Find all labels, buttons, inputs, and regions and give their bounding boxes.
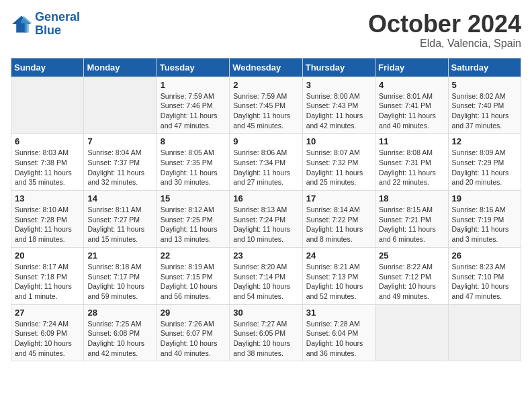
logo-text: General Blue [35, 11, 80, 38]
day-info: Sunrise: 8:17 AM Sunset: 7:18 PM Dayligh… [15, 262, 80, 302]
location-title: Elda, Valencia, Spain [368, 38, 521, 50]
day-info: Sunrise: 8:20 AM Sunset: 7:14 PM Dayligh… [233, 262, 298, 302]
weekday-header-thursday: Thursday [302, 58, 375, 77]
logo-icon [11, 15, 32, 34]
header: General Blue October 2024 Elda, Valencia… [11, 11, 521, 50]
day-number: 22 [161, 250, 226, 261]
day-number: 15 [161, 193, 226, 203]
day-info: Sunrise: 8:01 AM Sunset: 7:41 PM Dayligh… [379, 91, 444, 131]
day-info: Sunrise: 8:23 AM Sunset: 7:10 PM Dayligh… [452, 262, 517, 302]
day-info: Sunrise: 8:18 AM Sunset: 7:17 PM Dayligh… [87, 262, 152, 302]
day-info: Sunrise: 8:06 AM Sunset: 7:34 PM Dayligh… [233, 148, 298, 187]
day-info: Sunrise: 8:22 AM Sunset: 7:12 PM Dayligh… [379, 262, 444, 302]
calendar-cell: 23Sunrise: 8:20 AM Sunset: 7:14 PM Dayli… [230, 247, 302, 304]
day-number: 6 [15, 136, 80, 146]
day-info: Sunrise: 8:05 AM Sunset: 7:35 PM Dayligh… [161, 148, 226, 187]
day-number: 21 [87, 250, 152, 261]
day-number: 7 [87, 136, 152, 146]
calendar-cell: 12Sunrise: 8:09 AM Sunset: 7:29 PM Dayli… [448, 134, 521, 191]
day-number: 23 [233, 250, 298, 261]
calendar-cell [375, 304, 448, 361]
day-info: Sunrise: 8:16 AM Sunset: 7:19 PM Dayligh… [452, 205, 517, 244]
calendar-cell: 19Sunrise: 8:16 AM Sunset: 7:19 PM Dayli… [448, 191, 521, 248]
day-info: Sunrise: 8:13 AM Sunset: 7:24 PM Dayligh… [233, 205, 298, 244]
day-number: 1 [161, 80, 226, 90]
calendar-cell: 30Sunrise: 7:27 AM Sunset: 6:05 PM Dayli… [230, 304, 302, 361]
calendar-cell: 17Sunrise: 8:14 AM Sunset: 7:22 PM Dayli… [302, 191, 375, 248]
day-info: Sunrise: 8:12 AM Sunset: 7:25 PM Dayligh… [161, 205, 226, 244]
calendar-cell: 24Sunrise: 8:21 AM Sunset: 7:13 PM Dayli… [302, 247, 375, 304]
day-info: Sunrise: 8:00 AM Sunset: 7:43 PM Dayligh… [306, 91, 371, 131]
weekday-header-tuesday: Tuesday [157, 58, 229, 77]
calendar-cell: 25Sunrise: 8:22 AM Sunset: 7:12 PM Dayli… [375, 247, 448, 304]
calendar-cell: 15Sunrise: 8:12 AM Sunset: 7:25 PM Dayli… [157, 191, 229, 248]
calendar-week-5: 27Sunrise: 7:24 AM Sunset: 6:09 PM Dayli… [11, 304, 521, 361]
day-info: Sunrise: 8:02 AM Sunset: 7:40 PM Dayligh… [452, 91, 517, 131]
calendar-cell: 3Sunrise: 8:00 AM Sunset: 7:43 PM Daylig… [302, 77, 375, 134]
day-info: Sunrise: 8:08 AM Sunset: 7:31 PM Dayligh… [379, 148, 444, 187]
title-area: October 2024 Elda, Valencia, Spain [368, 11, 521, 50]
day-number: 3 [306, 80, 371, 90]
day-info: Sunrise: 7:24 AM Sunset: 6:09 PM Dayligh… [15, 319, 80, 359]
day-info: Sunrise: 7:27 AM Sunset: 6:05 PM Dayligh… [233, 319, 298, 359]
calendar-cell: 7Sunrise: 8:04 AM Sunset: 7:37 PM Daylig… [84, 134, 157, 191]
day-number: 2 [233, 80, 298, 90]
day-info: Sunrise: 8:14 AM Sunset: 7:22 PM Dayligh… [306, 205, 371, 244]
day-number: 31 [306, 308, 371, 318]
calendar-cell: 13Sunrise: 8:10 AM Sunset: 7:28 PM Dayli… [11, 191, 84, 248]
calendar-cell: 31Sunrise: 7:28 AM Sunset: 6:04 PM Dayli… [302, 304, 375, 361]
day-number: 19 [452, 193, 517, 203]
calendar-cell: 18Sunrise: 8:15 AM Sunset: 7:21 PM Dayli… [375, 191, 448, 248]
logo: General Blue [11, 11, 80, 38]
day-info: Sunrise: 7:25 AM Sunset: 6:08 PM Dayligh… [87, 319, 152, 359]
calendar-cell: 22Sunrise: 8:19 AM Sunset: 7:15 PM Dayli… [157, 247, 229, 304]
calendar-week-1: 1Sunrise: 7:59 AM Sunset: 7:46 PM Daylig… [11, 77, 521, 134]
day-number: 25 [379, 250, 444, 261]
calendar-cell: 27Sunrise: 7:24 AM Sunset: 6:09 PM Dayli… [11, 304, 84, 361]
weekday-header-friday: Friday [375, 58, 448, 77]
day-info: Sunrise: 8:19 AM Sunset: 7:15 PM Dayligh… [161, 262, 226, 302]
calendar-cell: 4Sunrise: 8:01 AM Sunset: 7:41 PM Daylig… [375, 77, 448, 134]
calendar-cell: 26Sunrise: 8:23 AM Sunset: 7:10 PM Dayli… [448, 247, 521, 304]
calendar-cell: 5Sunrise: 8:02 AM Sunset: 7:40 PM Daylig… [448, 77, 521, 134]
day-number: 18 [379, 193, 444, 203]
day-info: Sunrise: 7:28 AM Sunset: 6:04 PM Dayligh… [306, 319, 371, 359]
calendar-cell: 8Sunrise: 8:05 AM Sunset: 7:35 PM Daylig… [157, 134, 229, 191]
calendar-week-2: 6Sunrise: 8:03 AM Sunset: 7:38 PM Daylig… [11, 134, 521, 191]
day-number: 9 [233, 136, 298, 146]
day-info: Sunrise: 8:10 AM Sunset: 7:28 PM Dayligh… [15, 205, 80, 244]
day-number: 27 [15, 308, 80, 318]
calendar-week-3: 13Sunrise: 8:10 AM Sunset: 7:28 PM Dayli… [11, 191, 521, 248]
calendar-cell: 11Sunrise: 8:08 AM Sunset: 7:31 PM Dayli… [375, 134, 448, 191]
calendar-cell: 6Sunrise: 8:03 AM Sunset: 7:38 PM Daylig… [11, 134, 84, 191]
month-title: October 2024 [368, 11, 521, 38]
logo-line2: Blue [35, 24, 61, 37]
day-info: Sunrise: 8:09 AM Sunset: 7:29 PM Dayligh… [452, 148, 517, 187]
day-number: 29 [161, 308, 226, 318]
calendar-cell [84, 77, 157, 134]
day-number: 8 [161, 136, 226, 146]
calendar-cell: 2Sunrise: 7:59 AM Sunset: 7:45 PM Daylig… [230, 77, 302, 134]
calendar-week-4: 20Sunrise: 8:17 AM Sunset: 7:18 PM Dayli… [11, 247, 521, 304]
weekday-header-sunday: Sunday [11, 58, 84, 77]
day-info: Sunrise: 7:59 AM Sunset: 7:46 PM Dayligh… [161, 91, 226, 131]
day-number: 30 [233, 308, 298, 318]
calendar-cell: 1Sunrise: 7:59 AM Sunset: 7:46 PM Daylig… [157, 77, 229, 134]
calendar-cell: 16Sunrise: 8:13 AM Sunset: 7:24 PM Dayli… [230, 191, 302, 248]
weekday-header-monday: Monday [84, 58, 157, 77]
logo-line1: General [35, 10, 80, 24]
calendar-cell: 14Sunrise: 8:11 AM Sunset: 7:27 PM Dayli… [84, 191, 157, 248]
day-number: 5 [452, 80, 517, 90]
day-number: 24 [306, 250, 371, 261]
day-info: Sunrise: 8:21 AM Sunset: 7:13 PM Dayligh… [306, 262, 371, 302]
weekday-header-row: SundayMondayTuesdayWednesdayThursdayFrid… [11, 58, 521, 77]
weekday-header-wednesday: Wednesday [230, 58, 302, 77]
calendar-cell: 21Sunrise: 8:18 AM Sunset: 7:17 PM Dayli… [84, 247, 157, 304]
day-info: Sunrise: 8:07 AM Sunset: 7:32 PM Dayligh… [306, 148, 371, 187]
day-number: 13 [15, 193, 80, 203]
day-number: 11 [379, 136, 444, 146]
day-number: 10 [306, 136, 371, 146]
day-number: 28 [87, 308, 152, 318]
day-info: Sunrise: 8:03 AM Sunset: 7:38 PM Dayligh… [15, 148, 80, 187]
day-number: 4 [379, 80, 444, 90]
